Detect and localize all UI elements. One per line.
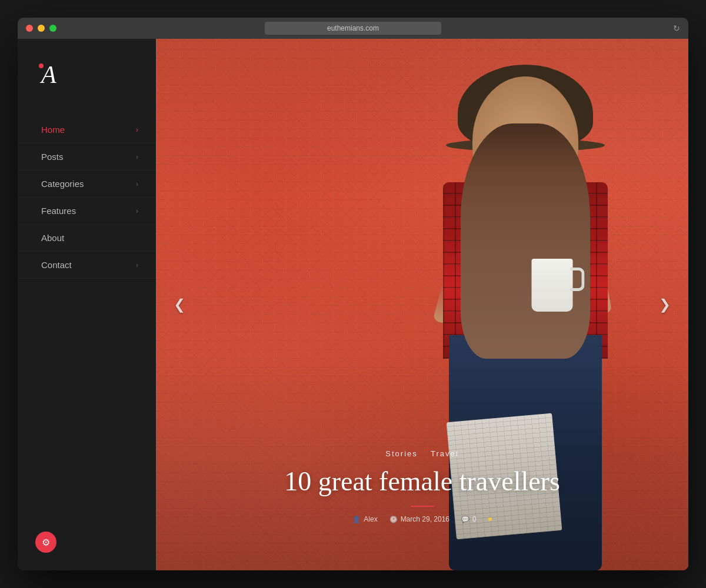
hero-title: 10 great female travellers bbox=[191, 465, 653, 497]
hero-category1: Stories bbox=[385, 449, 417, 458]
hero-meta-author: 👤 Alex bbox=[352, 515, 377, 523]
reload-button[interactable]: ↻ bbox=[673, 24, 680, 33]
nav-item-posts[interactable]: Posts › bbox=[18, 143, 156, 171]
mac-titlebar: euthemians.com ↻ bbox=[18, 18, 688, 39]
slider-prev-button[interactable]: ❮ bbox=[168, 293, 191, 316]
sidebar: A Home › Posts › Categories › Fe bbox=[18, 39, 156, 570]
sidebar-nav: Home › Posts › Categories › Features › A… bbox=[18, 105, 156, 520]
hero-image: ❮ ❯ Stories Travel 10 great female trave… bbox=[156, 39, 688, 570]
bookmark-dot bbox=[488, 517, 492, 521]
reload-icon: ↻ bbox=[673, 24, 680, 33]
nav-arrow-home: › bbox=[136, 126, 138, 134]
hero-meta-comments: 💬 0 bbox=[461, 515, 477, 523]
hero-category2: Travel bbox=[431, 449, 459, 458]
sidebar-footer: ⚙ bbox=[18, 520, 156, 570]
sidebar-logo[interactable]: A bbox=[18, 39, 156, 105]
hero-author: Alex bbox=[364, 515, 377, 523]
nav-item-home[interactable]: Home › bbox=[18, 116, 156, 143]
nav-arrow-features: › bbox=[136, 207, 138, 215]
date-icon: 🕐 bbox=[389, 516, 398, 523]
nav-arrow-contact: › bbox=[136, 261, 138, 269]
browser-content: A Home › Posts › Categories › Fe bbox=[18, 39, 688, 570]
nav-label-contact: Contact bbox=[41, 260, 72, 270]
hero-meta-bookmark bbox=[488, 517, 492, 521]
nav-arrow-posts: › bbox=[136, 153, 138, 161]
hero-meta-date: 🕐 March 29, 2016 bbox=[389, 515, 449, 523]
url-text: euthemians.com bbox=[327, 24, 379, 32]
nav-item-features[interactable]: Features › bbox=[18, 198, 156, 225]
mac-window: euthemians.com ↻ A Home › bbox=[18, 18, 688, 570]
hero-categories: Stories Travel bbox=[191, 449, 653, 458]
address-bar[interactable]: euthemians.com bbox=[265, 22, 441, 35]
hero-content: Stories Travel 10 great female traveller… bbox=[156, 449, 688, 523]
hero-divider bbox=[411, 506, 434, 507]
nav-arrow-categories: › bbox=[136, 180, 138, 188]
maximize-button[interactable] bbox=[49, 25, 56, 32]
slider-next-button[interactable]: ❯ bbox=[653, 293, 677, 316]
gear-icon: ⚙ bbox=[42, 537, 50, 548]
nav-label-home: Home bbox=[41, 125, 65, 135]
main-content: ❮ ❯ Stories Travel 10 great female trave… bbox=[156, 39, 688, 570]
nav-item-about[interactable]: About bbox=[18, 225, 156, 252]
author-icon: 👤 bbox=[352, 516, 361, 523]
nav-label-features: Features bbox=[41, 206, 76, 216]
minimize-button[interactable] bbox=[38, 25, 45, 32]
comment-icon: 💬 bbox=[461, 516, 469, 523]
nav-label-posts: Posts bbox=[41, 152, 64, 162]
nav-item-contact[interactable]: Contact › bbox=[18, 252, 156, 279]
settings-button[interactable]: ⚙ bbox=[35, 532, 56, 553]
nav-label-categories: Categories bbox=[41, 179, 84, 189]
close-button[interactable] bbox=[26, 25, 33, 32]
nav-item-categories[interactable]: Categories › bbox=[18, 171, 156, 198]
prev-arrow-icon: ❮ bbox=[174, 296, 185, 313]
hero-comments: 0 bbox=[472, 515, 477, 523]
hero-meta: 👤 Alex 🕐 March 29, 2016 💬 0 bbox=[191, 515, 653, 523]
next-arrow-icon: ❯ bbox=[659, 296, 671, 313]
nav-label-about: About bbox=[41, 233, 64, 243]
logo: A bbox=[41, 62, 56, 87]
hero-date: March 29, 2016 bbox=[401, 515, 449, 523]
logo-dot bbox=[39, 64, 44, 68]
